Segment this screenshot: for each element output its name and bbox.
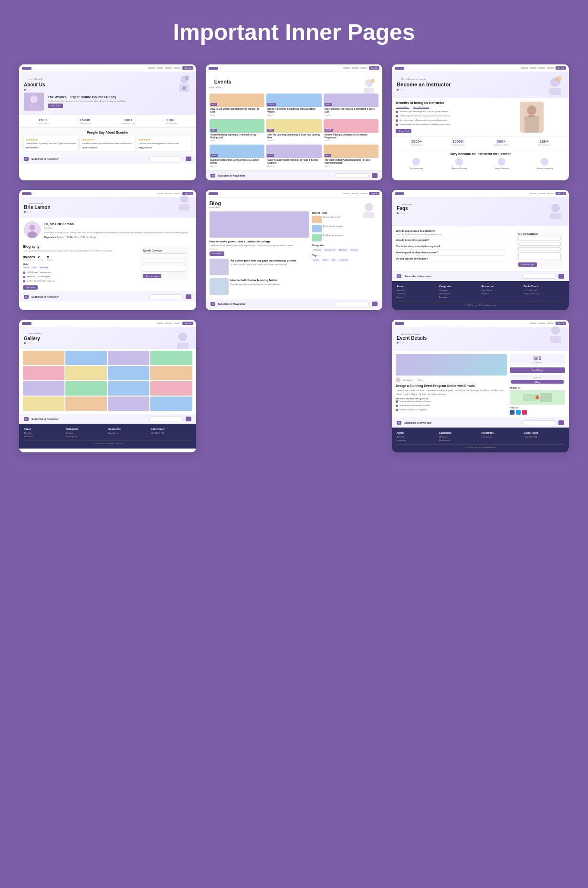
qc-email-input[interactable] <box>143 259 186 262</box>
footer-link[interactable]: Development <box>439 293 480 295</box>
footer-link[interactable]: UI Design <box>439 289 480 292</box>
instagram-icon[interactable] <box>522 410 527 415</box>
copyright: © 2024 Ecenter. All Rights Reserved. <box>397 302 564 306</box>
nav-signup-btn[interactable]: Sign Up <box>182 66 193 70</box>
stat-number: 1500+ <box>410 139 422 144</box>
footer-link[interactable]: UI Design <box>66 432 107 434</box>
footer-link[interactable]: About Us <box>397 436 437 438</box>
newsletter-icon: ✉ <box>397 421 401 425</box>
event-main-img <box>396 354 506 376</box>
newsletter-submit-btn[interactable] <box>186 417 191 421</box>
nav-signup-btn[interactable]: Sign Up <box>556 192 566 195</box>
nav-link <box>165 323 172 324</box>
footer-link[interactable]: Development <box>66 435 107 438</box>
newsletter-input[interactable] <box>336 302 369 306</box>
benefit-link[interactable]: Instructor Rules <box>396 106 409 108</box>
stat-num: 8years <box>23 255 35 259</box>
newsletter-input[interactable] <box>149 294 183 299</box>
nav-link <box>360 67 367 69</box>
event-meta: March 5 <box>266 115 322 117</box>
faq-question: Why do people need this platform? <box>396 230 505 232</box>
newsletter-submit-btn[interactable] <box>558 420 564 425</box>
author-avatar <box>396 377 400 382</box>
newsletter-input[interactable] <box>149 417 183 421</box>
events-illustration <box>359 76 378 95</box>
qc-email-input[interactable] <box>518 242 561 246</box>
qc-message-input[interactable] <box>518 252 561 260</box>
newsletter-submit-btn[interactable] <box>186 294 191 299</box>
footer-link[interactable]: Help Center <box>482 436 522 438</box>
footer-link[interactable]: Instructors <box>397 439 437 441</box>
footer-link[interactable]: Instructors <box>24 435 64 438</box>
event-title: Remote Playing & Strategies For Students… <box>324 133 379 140</box>
qc-name-input[interactable] <box>143 253 186 257</box>
twitter-icon[interactable] <box>516 410 521 415</box>
newsletter-submit-btn[interactable] <box>558 274 564 279</box>
faq-answer: Lorem ipsum dolor sit amet consectetur a… <box>396 233 505 235</box>
instructor-hero: Home / Become an Instructor Become an In… <box>392 72 569 98</box>
nav-link <box>547 67 554 69</box>
instructor-illustration <box>545 75 566 97</box>
benefit-text: Showcase your knowledge and skills to a … <box>399 110 448 113</box>
nav-signup-btn[interactable]: Sign Up <box>369 192 379 195</box>
tags-title: Tags <box>312 254 378 257</box>
enroll-btn[interactable]: Enroll Now <box>510 367 565 373</box>
footer-link[interactable]: Help Center <box>108 432 149 434</box>
breadcrumb: Home / Gallery <box>24 331 191 334</box>
newsletter-submit-btn[interactable] <box>372 173 378 178</box>
footer-link[interactable]: Instructors <box>397 293 437 295</box>
newsletter-bar: ✉ Subscribe to Newsletter <box>206 170 383 180</box>
facebook-icon[interactable] <box>510 410 514 415</box>
read-more-btn[interactable]: Read More <box>48 104 63 108</box>
footer-link[interactable]: UI Design <box>439 436 480 438</box>
qc-phone-input[interactable] <box>518 247 561 251</box>
profile-skills: UI/Ux, CSS, JavaScript <box>74 236 96 239</box>
benefits-content: Benefits of being an Instructor Instruct… <box>396 101 495 133</box>
newsletter-submit-btn[interactable] <box>186 157 191 161</box>
footer-col-title: Categories <box>439 285 480 288</box>
footer-link[interactable]: Business <box>439 296 480 298</box>
footer-link[interactable]: About Us <box>397 289 437 292</box>
svg-point-9 <box>371 79 375 83</box>
category-tag: Business <box>349 249 359 251</box>
benefit-link[interactable]: Start With Courses <box>413 106 429 108</box>
skill-tag: CSS <box>31 266 37 269</box>
newsletter-submit-btn[interactable] <box>372 302 378 306</box>
footer-link[interactable]: About Us <box>24 432 64 434</box>
event-img: ARTS <box>324 145 379 158</box>
footer-link[interactable]: Help Center <box>482 289 522 292</box>
newsletter-input[interactable] <box>336 173 369 178</box>
newsletter-input[interactable] <box>522 274 556 279</box>
event-bullet: Receive certificate of completion <box>396 408 506 411</box>
organizer-name: GCAM <box>535 381 540 383</box>
footer-col-resources: Resources Help Center <box>108 428 149 439</box>
sidebar-post-img <box>312 216 322 223</box>
enroll-now-btn[interactable]: Enroll Now <box>23 285 38 290</box>
footer-link[interactable]: Development <box>439 439 480 441</box>
nav-signup-btn[interactable]: Sign Up <box>556 66 566 70</box>
nav-signup-btn[interactable]: Sign Up <box>182 322 193 325</box>
nav-signup-btn[interactable]: Sign Up <box>369 66 379 70</box>
read-more-btn[interactable]: Read More <box>210 251 225 256</box>
qc-submit-btn[interactable]: Send Message <box>143 274 161 278</box>
create-new-btn[interactable]: Create New <box>396 129 411 133</box>
profile-name: Brie Larson <box>24 205 191 210</box>
testimonial-author: Another Student <box>82 146 133 149</box>
profile-bio-intro: I have been teaching for over a decade a… <box>44 231 189 234</box>
event-title: Join The Learning Community & Start Your… <box>266 133 322 140</box>
biography-text: Lorem ipsum dolor sit amet consectetur a… <box>23 250 134 252</box>
testimonial-cards: ★★★★★ Great platform for learning new sk… <box>24 136 191 151</box>
qc-message-input[interactable] <box>143 264 186 272</box>
footer-link[interactable]: Partners <box>482 293 522 295</box>
third-post-title: How to build better learning habits <box>231 278 281 282</box>
qc-submit-btn[interactable]: Send Message <box>518 262 537 267</box>
stat-number: 300+ <box>494 139 509 144</box>
tags-section: Tags Design UI/UX CSS JavaScript <box>312 254 378 261</box>
newsletter-input[interactable] <box>149 157 183 161</box>
blog-header: Blog Home / Blog <box>206 198 383 209</box>
qc-name-input[interactable] <box>518 237 561 240</box>
third-post-img <box>210 278 229 295</box>
event-badge: TECH <box>267 129 274 132</box>
newsletter-input[interactable] <box>522 420 556 425</box>
footer-link[interactable]: Events <box>397 296 437 298</box>
